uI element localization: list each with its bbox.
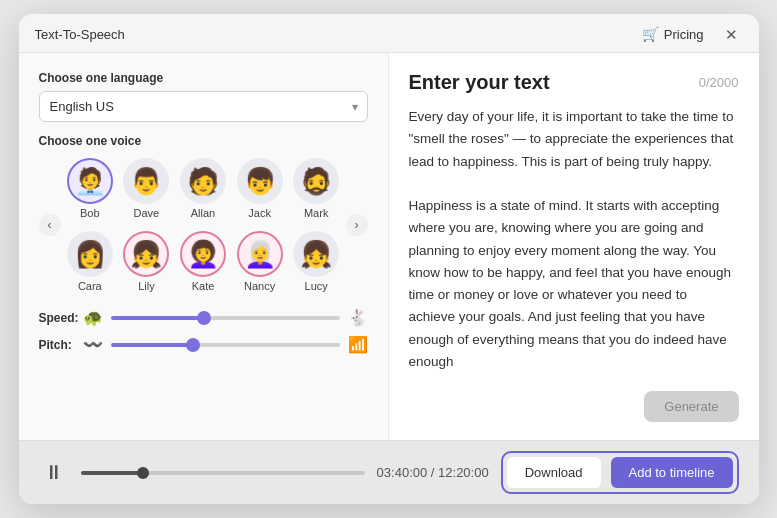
text-content[interactable]: Every day of your life, it is important … (409, 106, 739, 381)
voice-name-cara: Cara (78, 280, 102, 292)
generate-button[interactable]: Generate (644, 391, 738, 422)
voice-item-lucy[interactable]: 👧 Lucy (291, 227, 342, 296)
voice-item-bob[interactable]: 🧑‍💼 Bob (65, 154, 116, 223)
next-voice-arrow[interactable]: › (346, 214, 368, 236)
voice-grid-row1: 🧑‍💼 Bob 👨 Dave 🧑 Allan (65, 154, 342, 223)
right-panel: Enter your text 0/2000 Every day of your… (389, 53, 759, 440)
voice-section: Choose one voice ‹ 🧑‍💼 Bob 👨 Dav (39, 134, 368, 296)
voice-avatar-nancy: 👩‍🦳 (237, 231, 283, 277)
pricing-button[interactable]: 🛒 Pricing (636, 24, 710, 44)
pitch-low-icon: 〰️ (83, 335, 103, 354)
main-content: Choose one language English US Choose on… (19, 53, 759, 440)
modal: Text-To-Speech 🛒 Pricing ✕ Choose one la… (19, 14, 759, 504)
voice-name-bob: Bob (80, 207, 100, 219)
voice-item-allan[interactable]: 🧑 Allan (178, 154, 229, 223)
language-section: Choose one language English US (39, 71, 368, 122)
voice-name-jack: Jack (248, 207, 271, 219)
language-select-wrapper: English US (39, 91, 368, 122)
voice-item-jack[interactable]: 👦 Jack (234, 154, 285, 223)
voice-item-lily[interactable]: 👧 Lily (121, 227, 172, 296)
voice-name-lucy: Lucy (305, 280, 328, 292)
progress-fill (81, 471, 144, 475)
voice-item-nancy[interactable]: 👩‍🦳 Nancy (234, 227, 285, 296)
voice-grid-row2: 👩 Cara 👧 Lily 👩‍🦱 Kate (65, 227, 342, 296)
voice-name-mark: Mark (304, 207, 328, 219)
voice-avatar-lily: 👧 (123, 231, 169, 277)
time-display: 03:40:00 / 12:20:00 (377, 465, 489, 480)
voice-item-mark[interactable]: 🧔 Mark (291, 154, 342, 223)
voice-label: Choose one voice (39, 134, 368, 148)
speed-label: Speed: (39, 311, 75, 325)
total-time: 12:20:00 (438, 465, 489, 480)
voice-avatar-bob: 🧑‍💼 (67, 158, 113, 204)
speed-row: Speed: 🐢 🐇 (39, 308, 368, 327)
voice-avatar-cara: 👩 (67, 231, 113, 277)
current-time: 03:40:00 (377, 465, 428, 480)
progress-dot (137, 467, 149, 479)
voice-name-lily: Lily (138, 280, 155, 292)
pitch-row: Pitch: 〰️ 📶 (39, 335, 368, 354)
voice-item-dave[interactable]: 👨 Dave (121, 154, 172, 223)
voice-avatar-jack: 👦 (237, 158, 283, 204)
speed-slow-icon: 🐢 (83, 308, 103, 327)
voice-grid-wrapper: ‹ 🧑‍💼 Bob 👨 Dave (39, 154, 368, 296)
action-buttons: Download Add to timeline (501, 451, 739, 494)
voice-item-cara[interactable]: 👩 Cara (65, 227, 116, 296)
voice-name-nancy: Nancy (244, 280, 275, 292)
download-button[interactable]: Download (507, 457, 601, 488)
time-separator: / (431, 465, 438, 480)
language-label: Choose one language (39, 71, 368, 85)
cart-icon: 🛒 (642, 26, 659, 42)
voice-name-kate: Kate (192, 280, 215, 292)
pitch-high-icon: 📶 (348, 335, 368, 354)
voice-avatar-dave: 👨 (123, 158, 169, 204)
close-button[interactable]: ✕ (720, 25, 743, 44)
voice-avatar-kate: 👩‍🦱 (180, 231, 226, 277)
voice-item-kate[interactable]: 👩‍🦱 Kate (178, 227, 229, 296)
pause-button[interactable]: ⏸ (39, 458, 69, 488)
pricing-label: Pricing (664, 27, 704, 42)
title-right: 🛒 Pricing ✕ (636, 24, 743, 44)
voice-avatar-allan: 🧑 (180, 158, 226, 204)
progress-bar[interactable] (81, 471, 365, 475)
char-count: 0/2000 (699, 75, 739, 90)
pause-icon: ⏸ (44, 461, 64, 484)
voice-avatar-lucy: 👧 (293, 231, 339, 277)
text-header: Enter your text 0/2000 (409, 71, 739, 94)
slider-section: Speed: 🐢 🐇 Pitch: 〰️ 📶 (39, 308, 368, 354)
language-select[interactable]: English US (39, 91, 368, 122)
modal-title: Text-To-Speech (35, 27, 125, 42)
bottom-bar: ⏸ 03:40:00 / 12:20:00 Download Add to ti… (19, 440, 759, 504)
pitch-slider[interactable] (111, 343, 340, 347)
voice-avatar-mark: 🧔 (293, 158, 339, 204)
voice-name-dave: Dave (134, 207, 160, 219)
text-panel-title: Enter your text (409, 71, 550, 94)
pitch-label: Pitch: (39, 338, 75, 352)
voice-name-allan: Allan (191, 207, 215, 219)
prev-voice-arrow[interactable]: ‹ (39, 214, 61, 236)
left-panel: Choose one language English US Choose on… (19, 53, 389, 440)
add-timeline-button[interactable]: Add to timeline (611, 457, 733, 488)
speed-slider[interactable] (111, 316, 340, 320)
generate-row: Generate (409, 391, 739, 422)
speed-fast-icon: 🐇 (348, 308, 368, 327)
title-bar: Text-To-Speech 🛒 Pricing ✕ (19, 14, 759, 53)
